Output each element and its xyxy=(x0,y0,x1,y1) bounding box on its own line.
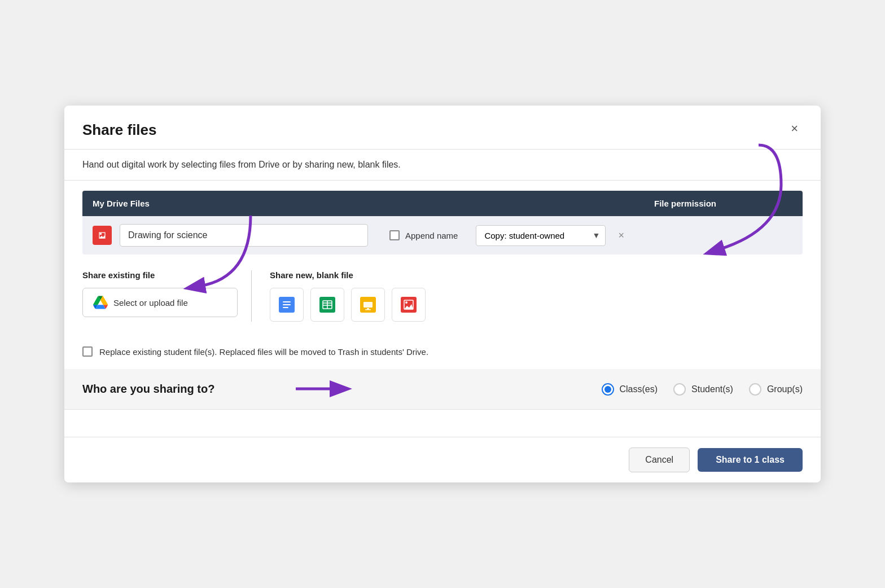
radio-classes-circle xyxy=(602,383,614,396)
share-blank-section: Share new, blank file xyxy=(252,270,803,322)
replace-existing-label: Replace existing student file(s). Replac… xyxy=(99,347,428,357)
svg-rect-12 xyxy=(363,302,373,308)
cancel-button[interactable]: Cancel xyxy=(629,447,690,472)
share-options-row: Share existing file Select or upload fil… xyxy=(64,254,821,322)
arrow-right-annotation xyxy=(290,375,358,403)
col-drive-label: My Drive Files xyxy=(93,199,578,208)
radio-students-label: Student(s) xyxy=(691,384,733,394)
col-permission-label: File permission xyxy=(578,199,792,208)
append-name-area: Append name xyxy=(389,230,458,240)
svg-rect-0 xyxy=(97,230,108,241)
replace-existing-row: Replace existing student file(s). Replac… xyxy=(64,334,821,357)
class-selector-area xyxy=(64,409,821,437)
file-table-section: My Drive Files File permission Append na… xyxy=(64,191,821,254)
file-type-icon xyxy=(93,226,112,245)
share-existing-section: Share existing file Select or upload fil… xyxy=(82,270,252,322)
dialog-subtitle: Hand out digital work by selecting files… xyxy=(64,150,821,181)
svg-rect-4 xyxy=(283,304,291,305)
permission-select-wrap: Copy: student-owned View only Can edit C… xyxy=(476,225,629,246)
close-button[interactable]: × xyxy=(786,121,803,136)
dialog-header: Share files × xyxy=(64,106,821,150)
new-slides-button[interactable] xyxy=(351,288,385,322)
dialog-footer: Cancel Share to 1 class xyxy=(64,437,821,482)
svg-rect-15 xyxy=(401,297,417,313)
file-table-row: Append name Copy: student-owned View onl… xyxy=(82,216,803,254)
radio-options: Class(es) Student(s) Group(s) xyxy=(602,383,803,396)
append-name-label: Append name xyxy=(405,231,458,240)
share-blank-title: Share new, blank file xyxy=(270,270,803,280)
share-existing-title: Share existing file xyxy=(82,270,238,280)
svg-rect-5 xyxy=(283,307,288,308)
svg-rect-3 xyxy=(283,301,291,302)
svg-rect-14 xyxy=(365,309,371,310)
select-upload-label: Select or upload file xyxy=(113,298,188,308)
radio-students-circle xyxy=(673,383,686,396)
google-drive-icon xyxy=(93,295,108,310)
radio-classes[interactable]: Class(es) xyxy=(602,383,658,396)
file-name-input[interactable] xyxy=(120,224,368,247)
dialog-title: Share files xyxy=(82,121,157,139)
new-docs-button[interactable] xyxy=(270,288,304,322)
radio-groups[interactable]: Group(s) xyxy=(749,383,803,396)
who-sharing-title: Who are you sharing to? xyxy=(82,383,214,396)
permission-select[interactable]: Copy: student-owned View only Can edit C… xyxy=(476,225,606,246)
who-sharing-section: Who are you sharing to? Class(es) Stude xyxy=(64,369,821,409)
append-name-checkbox[interactable] xyxy=(389,230,400,240)
radio-students[interactable]: Student(s) xyxy=(673,383,733,396)
radio-groups-circle xyxy=(749,383,761,396)
new-sheets-button[interactable] xyxy=(310,288,344,322)
radio-classes-label: Class(es) xyxy=(620,384,658,394)
share-to-class-button[interactable]: Share to 1 class xyxy=(698,448,803,472)
blank-file-buttons xyxy=(270,288,803,322)
file-table-header: My Drive Files File permission xyxy=(82,191,803,216)
svg-point-17 xyxy=(405,301,408,304)
share-files-dialog: Share files × Hand out digital work by s… xyxy=(64,106,821,482)
permission-select-wrapper: Copy: student-owned View only Can edit C… xyxy=(476,225,606,246)
svg-rect-13 xyxy=(367,308,369,309)
select-upload-button[interactable]: Select or upload file xyxy=(82,288,238,317)
replace-existing-checkbox[interactable] xyxy=(82,346,93,357)
radio-groups-label: Group(s) xyxy=(767,384,803,394)
svg-point-1 xyxy=(100,233,102,235)
radio-classes-inner xyxy=(604,386,611,393)
new-drawings-button[interactable] xyxy=(392,288,426,322)
row-remove-button[interactable]: × xyxy=(614,227,629,244)
